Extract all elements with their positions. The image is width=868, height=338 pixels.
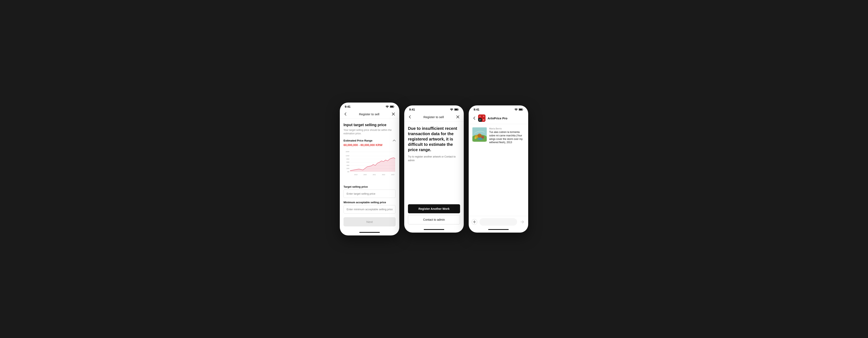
back-button-2[interactable] <box>408 114 412 120</box>
chat-send-button[interactable] <box>519 219 525 225</box>
screen-3-header: A n P R ArtnPrice Pro <box>469 112 528 124</box>
min-price-label: Minimum acceptable selling price <box>343 201 396 204</box>
status-bar-2: 9:41 <box>404 105 464 112</box>
home-bar-2 <box>424 229 444 230</box>
next-button-1[interactable]: Next <box>343 217 396 227</box>
close-button-2[interactable] <box>456 115 460 119</box>
chat-add-button[interactable] <box>471 219 477 225</box>
svg-text:60M: 60M <box>346 161 349 163</box>
chat-bar <box>469 216 528 228</box>
home-indicator-1 <box>340 231 399 235</box>
app-header-2: Register to sell <box>404 112 464 122</box>
status-time-3: 9:41 <box>474 108 479 111</box>
error-buttons: Register Another Work Contact to admin <box>404 204 464 228</box>
artwork-details: María Berrío Tus alas cubren la tormenta… <box>489 127 525 144</box>
battery-icon-3 <box>519 108 523 111</box>
svg-text:40M: 40M <box>346 164 349 166</box>
target-price-input[interactable] <box>343 190 396 198</box>
svg-text:200M: 200M <box>346 151 349 153</box>
app-name-label: ArtnPrice Pro <box>488 116 507 120</box>
home-bar-1 <box>359 232 380 233</box>
back-button-1[interactable] <box>343 111 347 116</box>
back-button-3[interactable] <box>472 116 476 121</box>
svg-point-32 <box>477 134 482 138</box>
svg-point-34 <box>474 137 476 139</box>
status-bar-3: 9:41 <box>469 105 528 112</box>
artwork-item: María Berrío Tus alas cubren la tormenta… <box>469 124 528 147</box>
home-indicator-3 <box>469 228 528 233</box>
svg-text:0M: 0M <box>347 171 349 172</box>
status-icons-2 <box>450 108 459 111</box>
status-bar-1: 9:41 <box>340 103 399 109</box>
status-time-2: 9:41 <box>409 108 415 111</box>
status-icons-1 <box>385 105 394 108</box>
svg-text:2023: 2023 <box>391 173 394 175</box>
screen-2-content: Due to insufficient recent transaction d… <box>404 122 464 204</box>
svg-text:20M: 20M <box>346 168 349 169</box>
price-chart: 200M 100M 80M 60M 40M 20M 0M <box>343 149 396 182</box>
header-title-1: Register to sell <box>359 112 379 116</box>
contact-admin-btn[interactable]: Contact to admin <box>408 215 460 224</box>
close-button-1[interactable] <box>391 112 396 116</box>
content-spacer <box>469 147 528 216</box>
estimated-range-label: Estimated Price Range <box>343 139 372 142</box>
page-title-1: Input target selling price <box>343 123 396 127</box>
svg-text:2021: 2021 <box>373 173 376 175</box>
chevron-up-icon <box>393 139 396 142</box>
svg-point-0 <box>387 107 388 108</box>
home-bar-3 <box>488 229 509 230</box>
svg-rect-27 <box>519 109 522 110</box>
screen-3-frame: 9:41 A n P R <box>469 105 528 233</box>
home-indicator-2 <box>404 228 464 233</box>
artwork-title-text: Tus alas cubren la tormenta sobre mi car… <box>489 130 525 144</box>
svg-point-35 <box>478 138 483 140</box>
wifi-icon <box>385 105 389 108</box>
artwork-thumbnail <box>472 127 487 142</box>
header-title-2: Register to sell <box>423 115 444 119</box>
battery-icon <box>390 105 394 108</box>
artwork-artist-name: María Berrío <box>489 127 525 130</box>
svg-text:80M: 80M <box>346 158 349 160</box>
status-time-1: 9:41 <box>345 105 350 108</box>
svg-point-25 <box>516 110 516 111</box>
svg-point-22 <box>452 110 452 111</box>
wifi-icon-2 <box>450 108 453 111</box>
page-subtitle-1: Your target selling price should be with… <box>343 128 396 135</box>
status-icons-3 <box>515 108 523 111</box>
svg-text:2019: 2019 <box>354 173 358 175</box>
svg-text:2022: 2022 <box>382 173 385 175</box>
svg-rect-24 <box>455 109 458 110</box>
error-title: Due to insufficient recent transaction d… <box>408 126 460 153</box>
svg-rect-2 <box>390 106 393 107</box>
wifi-icon-3 <box>515 108 518 111</box>
app-logo: A n P R <box>478 114 486 122</box>
chat-input[interactable] <box>479 218 517 226</box>
register-another-btn[interactable]: Register Another Work <box>408 204 460 213</box>
screen-1-content: Input target selling price Your target s… <box>340 119 399 231</box>
app-header-1: Register to sell <box>340 109 399 119</box>
error-subtitle: Try to register another artwork or Conta… <box>408 155 460 200</box>
screen-1-frame: 9:41 Register to sell <box>340 103 399 235</box>
svg-text:2020: 2020 <box>364 173 367 175</box>
battery-icon-2 <box>454 108 459 111</box>
target-price-label: Target selling price <box>343 185 396 188</box>
price-range-display: 60,000,000 - 80,000,000 KRW <box>343 143 396 147</box>
svg-text:100M: 100M <box>346 155 349 157</box>
screen-2-frame: 9:41 Register to sell <box>404 105 464 233</box>
estimated-range-section: Estimated Price Range <box>343 139 396 142</box>
min-price-input[interactable] <box>343 205 396 213</box>
